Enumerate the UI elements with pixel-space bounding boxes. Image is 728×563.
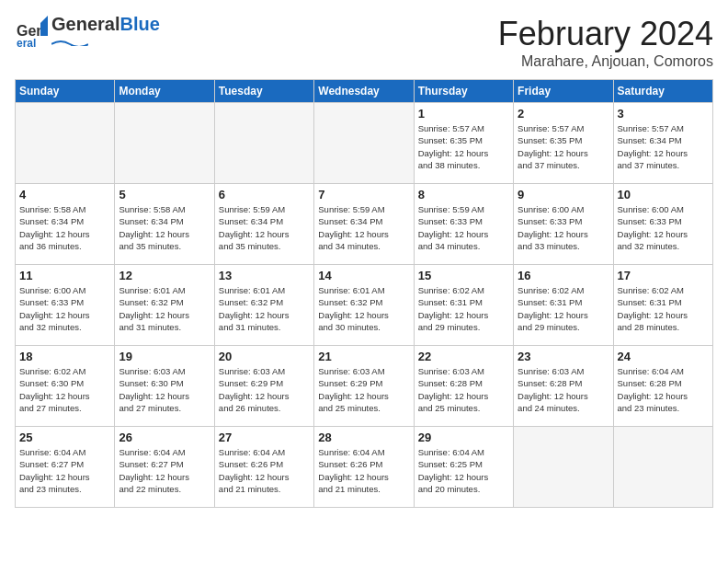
day-number: 10: [618, 188, 709, 201]
day-info: Sunrise: 6:00 AMSunset: 6:33 PMDaylight:…: [19, 284, 110, 333]
calendar-cell: [214, 103, 313, 184]
day-number: 14: [318, 269, 409, 282]
calendar-body: 1Sunrise: 5:57 AMSunset: 6:35 PMDaylight…: [16, 103, 713, 508]
calendar-cell: 3Sunrise: 5:57 AMSunset: 6:34 PMDaylight…: [613, 103, 712, 184]
day-number: 29: [418, 431, 509, 444]
calendar-cell: 9Sunrise: 6:00 AMSunset: 6:33 PMDaylight…: [514, 184, 613, 265]
day-info: Sunrise: 6:03 AMSunset: 6:29 PMDaylight:…: [318, 365, 409, 414]
day-number: 16: [518, 269, 609, 282]
day-info: Sunrise: 6:01 AMSunset: 6:32 PMDaylight:…: [119, 284, 210, 333]
calendar-cell: 14Sunrise: 6:01 AMSunset: 6:32 PMDayligh…: [314, 265, 414, 346]
day-info: Sunrise: 6:03 AMSunset: 6:28 PMDaylight:…: [418, 365, 509, 414]
calendar-cell: 25Sunrise: 6:04 AMSunset: 6:27 PMDayligh…: [16, 427, 115, 508]
day-info: Sunrise: 6:01 AMSunset: 6:32 PMDaylight:…: [318, 284, 409, 333]
calendar-cell: [613, 427, 712, 508]
day-info: Sunrise: 6:02 AMSunset: 6:31 PMDaylight:…: [418, 284, 509, 333]
title-area: February 2024 Marahare, Anjouan, Comoros: [498, 15, 713, 70]
day-info: Sunrise: 5:59 AMSunset: 6:34 PMDaylight:…: [219, 203, 310, 252]
calendar-cell: 7Sunrise: 5:59 AMSunset: 6:34 PMDaylight…: [314, 184, 414, 265]
day-number: 4: [19, 188, 110, 201]
day-info: Sunrise: 6:00 AMSunset: 6:33 PMDaylight:…: [618, 203, 709, 252]
month-title: February 2024: [498, 15, 713, 53]
logo-general: General: [51, 14, 119, 34]
day-number: 26: [119, 431, 210, 444]
logo-wave: [51, 37, 88, 46]
day-info: Sunrise: 6:04 AMSunset: 6:28 PMDaylight:…: [618, 365, 709, 414]
day-number: 9: [518, 188, 609, 201]
calendar-cell: 1Sunrise: 5:57 AMSunset: 6:35 PMDaylight…: [414, 103, 513, 184]
week-row-3: 11Sunrise: 6:00 AMSunset: 6:33 PMDayligh…: [16, 265, 713, 346]
day-info: Sunrise: 6:04 AMSunset: 6:26 PMDaylight:…: [318, 446, 409, 495]
day-info: Sunrise: 6:01 AMSunset: 6:32 PMDaylight:…: [219, 284, 310, 333]
calendar-cell: 8Sunrise: 5:59 AMSunset: 6:33 PMDaylight…: [414, 184, 513, 265]
calendar-cell: 22Sunrise: 6:03 AMSunset: 6:28 PMDayligh…: [414, 346, 513, 427]
calendar-cell: 5Sunrise: 5:58 AMSunset: 6:34 PMDaylight…: [115, 184, 214, 265]
day-info: Sunrise: 5:59 AMSunset: 6:33 PMDaylight:…: [418, 203, 509, 252]
calendar-cell: 29Sunrise: 6:04 AMSunset: 6:25 PMDayligh…: [414, 427, 513, 508]
day-info: Sunrise: 6:02 AMSunset: 6:30 PMDaylight:…: [19, 365, 110, 414]
day-number: 19: [119, 350, 210, 363]
calendar-cell: 10Sunrise: 6:00 AMSunset: 6:33 PMDayligh…: [613, 184, 712, 265]
day-number: 6: [219, 188, 310, 201]
day-info: Sunrise: 5:57 AMSunset: 6:35 PMDaylight:…: [518, 122, 609, 171]
calendar-cell: 23Sunrise: 6:03 AMSunset: 6:28 PMDayligh…: [514, 346, 613, 427]
calendar-cell: 16Sunrise: 6:02 AMSunset: 6:31 PMDayligh…: [514, 265, 613, 346]
day-info: Sunrise: 6:03 AMSunset: 6:30 PMDaylight:…: [119, 365, 210, 414]
day-info: Sunrise: 5:57 AMSunset: 6:34 PMDaylight:…: [618, 122, 709, 171]
calendar-cell: 13Sunrise: 6:01 AMSunset: 6:32 PMDayligh…: [214, 265, 313, 346]
logo-blue: Blue: [119, 14, 159, 34]
calendar-cell: 11Sunrise: 6:00 AMSunset: 6:33 PMDayligh…: [16, 265, 115, 346]
day-number: 12: [119, 269, 210, 282]
calendar-cell: 20Sunrise: 6:03 AMSunset: 6:29 PMDayligh…: [214, 346, 313, 427]
logo-icon: Gen eral: [15, 16, 48, 49]
day-number: 21: [318, 350, 409, 363]
calendar-cell: 26Sunrise: 6:04 AMSunset: 6:27 PMDayligh…: [115, 427, 214, 508]
calendar-cell: 12Sunrise: 6:01 AMSunset: 6:32 PMDayligh…: [115, 265, 214, 346]
day-info: Sunrise: 6:02 AMSunset: 6:31 PMDaylight:…: [618, 284, 709, 333]
day-info: Sunrise: 5:58 AMSunset: 6:34 PMDaylight:…: [119, 203, 210, 252]
svg-marker-2: [40, 23, 48, 36]
calendar-cell: 6Sunrise: 5:59 AMSunset: 6:34 PMDaylight…: [214, 184, 313, 265]
day-number: 18: [19, 350, 110, 363]
day-info: Sunrise: 6:04 AMSunset: 6:27 PMDaylight:…: [19, 446, 110, 495]
calendar-cell: 19Sunrise: 6:03 AMSunset: 6:30 PMDayligh…: [115, 346, 214, 427]
day-number: 5: [119, 188, 210, 201]
weekday-header-friday: Friday: [514, 80, 613, 103]
weekday-header-saturday: Saturday: [613, 80, 712, 103]
calendar-cell: [314, 103, 414, 184]
calendar-cell: [16, 103, 115, 184]
day-info: Sunrise: 6:04 AMSunset: 6:26 PMDaylight:…: [219, 446, 310, 495]
day-number: 3: [618, 107, 709, 121]
day-info: Sunrise: 5:57 AMSunset: 6:35 PMDaylight:…: [418, 122, 509, 171]
day-number: 8: [418, 188, 509, 201]
day-number: 7: [318, 188, 409, 201]
day-number: 24: [618, 350, 709, 363]
weekday-header-sunday: Sunday: [16, 80, 115, 103]
calendar-cell: [115, 103, 214, 184]
day-number: 2: [518, 107, 609, 121]
week-row-4: 18Sunrise: 6:02 AMSunset: 6:30 PMDayligh…: [16, 346, 713, 427]
weekday-header-wednesday: Wednesday: [314, 80, 414, 103]
calendar-cell: 17Sunrise: 6:02 AMSunset: 6:31 PMDayligh…: [613, 265, 712, 346]
location-title: Marahare, Anjouan, Comoros: [498, 53, 713, 70]
weekday-header-thursday: Thursday: [414, 80, 513, 103]
week-row-2: 4Sunrise: 5:58 AMSunset: 6:34 PMDaylight…: [16, 184, 713, 265]
calendar-cell: 27Sunrise: 6:04 AMSunset: 6:26 PMDayligh…: [214, 427, 313, 508]
calendar-cell: 2Sunrise: 5:57 AMSunset: 6:35 PMDaylight…: [514, 103, 613, 184]
day-number: 17: [618, 269, 709, 282]
calendar-table: SundayMondayTuesdayWednesdayThursdayFrid…: [15, 79, 713, 508]
day-number: 25: [19, 431, 110, 444]
day-info: Sunrise: 6:02 AMSunset: 6:31 PMDaylight:…: [518, 284, 609, 333]
day-info: Sunrise: 6:04 AMSunset: 6:27 PMDaylight:…: [119, 446, 210, 495]
calendar-cell: 28Sunrise: 6:04 AMSunset: 6:26 PMDayligh…: [314, 427, 414, 508]
day-number: 23: [518, 350, 609, 363]
day-info: Sunrise: 6:03 AMSunset: 6:29 PMDaylight:…: [219, 365, 310, 414]
header: Gen eral GeneralBlue February 2024 Marah…: [15, 15, 713, 70]
day-info: Sunrise: 6:04 AMSunset: 6:25 PMDaylight:…: [418, 446, 509, 495]
day-info: Sunrise: 6:00 AMSunset: 6:33 PMDaylight:…: [518, 203, 609, 252]
week-row-1: 1Sunrise: 5:57 AMSunset: 6:35 PMDaylight…: [16, 103, 713, 184]
day-number: 22: [418, 350, 509, 363]
calendar-cell: 24Sunrise: 6:04 AMSunset: 6:28 PMDayligh…: [613, 346, 712, 427]
day-info: Sunrise: 5:59 AMSunset: 6:34 PMDaylight:…: [318, 203, 409, 252]
calendar-cell: 15Sunrise: 6:02 AMSunset: 6:31 PMDayligh…: [414, 265, 513, 346]
